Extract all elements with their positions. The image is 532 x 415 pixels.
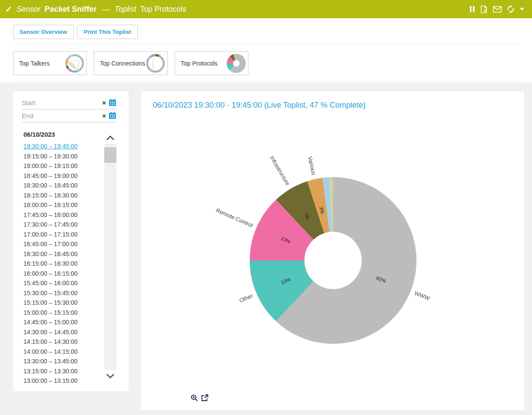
divider — [13, 81, 519, 81]
tab-top-protocols[interactable]: Top Protocols — [175, 51, 248, 75]
time-range-link[interactable]: 17:45:00 – 18:00:00 — [23, 211, 78, 218]
tab-label: Top Protocols — [175, 60, 226, 67]
end-date-input[interactable] — [22, 112, 101, 119]
time-range-link[interactable]: 19:00:00 – 19:15:00 — [23, 162, 78, 169]
separator: — — [102, 5, 109, 14]
time-range-link[interactable]: 16:00:00 – 16:15:00 — [23, 270, 78, 277]
toplist-chart-panel: 06/10/2023 19:30:00 - 19:45:00 (Live Top… — [141, 91, 524, 410]
protocols-pie-icon — [226, 53, 246, 73]
time-range-link[interactable]: 19:15:00 – 19:30:00 — [23, 153, 78, 160]
scrollbar-track[interactable] — [104, 144, 116, 370]
list-scrollbar — [104, 132, 116, 382]
email-button[interactable] — [493, 6, 502, 13]
slice-name-label: Infrastructure — [269, 155, 291, 187]
time-range-link[interactable]: 16:45:00 – 17:00:00 — [23, 240, 78, 247]
chord-diagram-icon — [65, 53, 85, 73]
pause-icon — [469, 6, 475, 13]
slice-name-label: WWW — [413, 290, 431, 302]
zoom-in-icon — [191, 394, 198, 402]
toplist-date-panel: × × — [13, 91, 129, 391]
toolbar: Sensor Overview Print This Toplist — [13, 25, 138, 39]
caret-down-icon — [520, 8, 524, 11]
chevron-up-icon — [106, 135, 115, 141]
chevron-down-icon — [106, 373, 115, 379]
tab-top-talkers[interactable]: Top Talkers — [13, 51, 87, 75]
external-link-icon — [201, 394, 208, 402]
time-range-link[interactable]: 13:30:00 – 13:45:00 — [23, 358, 78, 365]
calendar-icon — [109, 112, 116, 119]
slice-name-label: Various — [307, 156, 317, 176]
toplist-tab-cards: Top Talkers Top Connections — [13, 51, 248, 75]
end-calendar-button[interactable] — [109, 112, 116, 119]
time-range-link[interactable]: 14:45:00 – 15:00:00 — [23, 319, 78, 326]
end-date-row: × — [22, 109, 116, 122]
sensor-name: Packet Sniffer — [44, 5, 96, 14]
envelope-icon — [493, 6, 502, 13]
time-range-link[interactable]: 16:15:00 – 16:30:00 — [23, 260, 78, 267]
page-header-section: Sensor Overview Print This Toplist Top T… — [0, 18, 532, 82]
time-range-link[interactable]: 15:15:00 – 15:30:00 — [23, 299, 78, 306]
status-ok-check-icon: ✓ — [5, 4, 12, 14]
sensor-overview-button[interactable]: Sensor Overview — [13, 25, 74, 39]
time-range-link[interactable]: 13:15:00 – 13:30:00 — [23, 368, 78, 375]
time-range-link[interactable]: 16:30:00 – 16:45:00 — [23, 250, 78, 257]
tab-label: Top Talkers — [13, 60, 65, 67]
toplist-label: Toplist — [115, 5, 136, 14]
pause-button[interactable] — [469, 6, 475, 13]
time-range-link[interactable]: 18:30:00 – 18:45:00 — [23, 182, 78, 189]
clear-start-icon[interactable]: × — [102, 99, 106, 106]
toplist-name: Top Protocols — [140, 5, 186, 14]
report-button[interactable] — [480, 5, 488, 13]
time-range-link[interactable]: 19:30:00 – 19:45:00 — [23, 143, 78, 150]
chart-title: 06/10/2023 19:30:00 - 19:45:00 (Live Top… — [153, 101, 366, 110]
time-range-link[interactable]: 13:00:00 – 13:15:00 — [23, 377, 78, 384]
chart-actions — [191, 394, 208, 402]
scroll-up-button[interactable] — [104, 132, 116, 144]
time-range-link[interactable]: 15:30:00 – 15:45:00 — [23, 290, 78, 296]
open-external-button[interactable] — [201, 394, 208, 402]
chord-diagram-icon — [145, 53, 165, 73]
slice-name-label: Remote Control — [215, 207, 254, 229]
print-toplist-button[interactable]: Print This Toplist — [77, 25, 138, 39]
tab-top-connections[interactable]: Top Connections — [94, 51, 168, 75]
time-range-link[interactable]: 18:15:00 – 18:30:00 — [23, 192, 78, 199]
page: { "header": { "check_icon": "✓", "sensor… — [0, 0, 532, 415]
slice-name-label: Other — [238, 292, 254, 304]
time-range-link[interactable]: 18:00:00 – 18:15:00 — [23, 201, 78, 208]
time-range-link[interactable]: 17:00:00 – 17:15:00 — [23, 231, 78, 238]
report-file-plus-icon — [480, 5, 488, 13]
refresh-button[interactable] — [506, 5, 515, 13]
time-range-link[interactable]: 17:30:00 – 17:45:00 — [23, 221, 78, 228]
sensor-label: Sensor — [17, 5, 40, 14]
scroll-down-button[interactable] — [104, 370, 116, 382]
time-range-link[interactable]: 14:15:00 – 14:30:00 — [23, 338, 78, 345]
time-range-link[interactable]: 14:30:00 – 14:45:00 — [23, 329, 78, 336]
divider — [13, 44, 519, 45]
zoom-chart-button[interactable] — [191, 394, 198, 402]
start-calendar-button[interactable] — [109, 99, 116, 106]
clear-end-icon[interactable]: × — [102, 112, 106, 119]
time-range-link[interactable]: 18:45:00 – 19:00:00 — [23, 172, 78, 179]
start-date-row: × — [22, 96, 116, 109]
time-range-link[interactable]: 15:00:00 – 15:15:00 — [23, 309, 78, 316]
tab-label: Top Connections — [94, 60, 145, 67]
start-date-input[interactable] — [22, 99, 101, 106]
time-range-link[interactable]: 15:45:00 – 16:00:00 — [23, 280, 78, 287]
scrollbar-thumb[interactable] — [104, 147, 116, 163]
refresh-icon — [506, 5, 515, 13]
refresh-menu-caret[interactable] — [520, 8, 524, 11]
calendar-icon — [109, 99, 116, 106]
time-range-link[interactable]: 14:00:00 – 14:15:00 — [23, 348, 78, 355]
sensor-header-bar: ✓ Sensor Packet Sniffer — Toplist Top Pr… — [0, 0, 532, 18]
protocols-donut-chart: 62%WWW13%Other13%Remote Control7%Infrast… — [141, 115, 524, 397]
